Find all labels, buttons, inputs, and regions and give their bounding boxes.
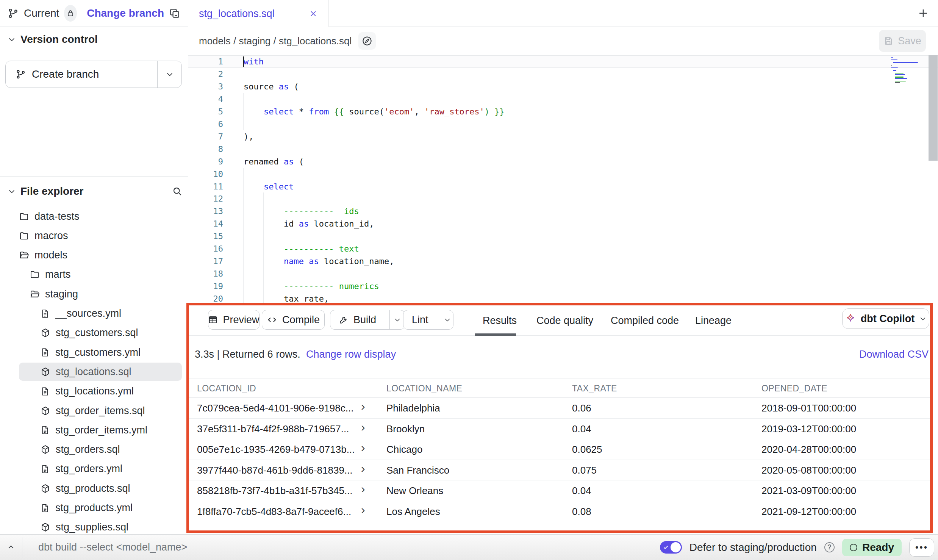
file-tree-item-data-tests[interactable]: data-tests (19, 207, 182, 225)
file-tree-item-stg-locations-sql[interactable]: stg_locations.sql (19, 363, 182, 381)
dbt-copilot-button[interactable]: dbt Copilot (842, 308, 929, 329)
new-tab-plus-icon[interactable] (917, 7, 930, 20)
row-expand-chevron-icon[interactable]: › (361, 396, 365, 417)
code-line-16[interactable]: 16 ---------- text (188, 242, 938, 255)
code-line-4[interactable]: 4 (188, 93, 938, 105)
download-csv-link[interactable]: Download CSV (859, 342, 929, 367)
code-line-9[interactable]: 9renamed as ( (188, 155, 938, 168)
file-tree-item-label: __sources.yml (55, 308, 121, 319)
row-expand-chevron-icon[interactable]: › (361, 437, 365, 458)
table-row[interactable]: 1f8ffa70-7cb5-4d83-8a7f-9aceef6...Los An… (189, 501, 930, 522)
editor-tab-bar: stg_locations.sql (188, 0, 938, 27)
compile-button[interactable]: Compile (262, 310, 325, 330)
status-badge-ready[interactable]: Ready (842, 539, 902, 556)
tab-code-quality[interactable]: Code quality (536, 305, 593, 336)
code-line-20[interactable]: 20 tax_rate, (188, 293, 938, 305)
lineage-compass-icon[interactable] (358, 32, 376, 50)
file-tree-item-marts[interactable]: marts (19, 266, 182, 284)
column-header-location_id[interactable]: LOCATION_ID (197, 379, 256, 398)
code-editor[interactable]: 1with23source as (45 select * from {{ so… (188, 55, 938, 305)
minimap-line (895, 77, 904, 77)
file-tree-item-stg-products-yml[interactable]: stg_products.yml (19, 499, 182, 517)
table-row[interactable]: 37e5f311-b7f4-4f2f-988b-719657...Brookly… (189, 419, 930, 440)
editor-minimap (891, 57, 921, 83)
minimap-line (895, 73, 904, 74)
file-tree-item-label: stg_products.yml (55, 502, 133, 514)
model-icon (40, 406, 50, 416)
file-tree-item-stg-locations-yml[interactable]: stg_locations.yml (19, 382, 182, 400)
code-line-12[interactable]: 12 (188, 192, 938, 205)
code-line-19[interactable]: 19 ---------- numerics (188, 280, 938, 293)
row-expand-chevron-icon[interactable]: › (361, 417, 365, 438)
code-line-11[interactable]: 11 select (188, 180, 938, 193)
code-line-3[interactable]: 3source as ( (188, 80, 938, 93)
table-row[interactable]: 858218fb-73f7-4b1b-a31f-57b345...New Orl… (189, 480, 930, 501)
column-header-opened_date[interactable]: OPENED_DATE (761, 379, 827, 398)
search-icon[interactable] (172, 186, 183, 197)
table-row[interactable]: 005e7e1c-1935-4269-b479-0713b...Chicago0… (189, 439, 930, 460)
file-tree-item-staging[interactable]: staging (19, 285, 182, 303)
code-line-15[interactable]: 15 (188, 230, 938, 242)
tab-compiled-code[interactable]: Compiled code (611, 305, 679, 336)
editor-scrollbar-thumb[interactable] (929, 55, 938, 161)
defer-toggle[interactable] (660, 541, 682, 554)
results-table: LOCATION_IDLOCATION_NAMETAX_RATEOPENED_D… (189, 378, 930, 522)
table-cell: 858218fb-73f7-4b1b-a31f-57b345... (197, 480, 353, 501)
tab-lineage[interactable]: Lineage (695, 305, 732, 336)
code-line-2[interactable]: 2 (188, 68, 938, 80)
row-expand-chevron-icon[interactable]: › (361, 499, 365, 520)
lint-button[interactable]: Lint (403, 310, 453, 330)
command-input[interactable] (22, 535, 660, 560)
panel-action-bar: Preview Compile Build (189, 305, 930, 336)
table-row[interactable]: 3977f440-b87d-461b-9dd6-81839...San Fran… (189, 460, 930, 481)
file-tree-item-stg-orders-sql[interactable]: stg_orders.sql (19, 441, 182, 459)
tab-results[interactable]: Results (483, 305, 517, 336)
tab-stg-locations-sql[interactable]: stg_locations.sql (188, 0, 329, 27)
close-icon[interactable] (309, 9, 318, 18)
code-line-17[interactable]: 17 name as location_name, (188, 255, 938, 267)
file-tree-item-stg-customers-yml[interactable]: stg_customers.yml (19, 343, 182, 361)
change-row-display-link[interactable]: Change row display (306, 342, 396, 367)
file-tree-item-stg-orders-yml[interactable]: stg_orders.yml (19, 460, 182, 478)
folder-icon (30, 269, 40, 280)
file-explorer-title: File explorer (20, 185, 84, 197)
code-line-10[interactable]: 10 (188, 168, 938, 180)
file-tree-item-stg-customers-sql[interactable]: stg_customers.sql (19, 324, 182, 342)
row-expand-chevron-icon[interactable]: › (361, 458, 365, 479)
save-button[interactable]: Save (879, 30, 926, 52)
code-line-5[interactable]: 5 select * from {{ source('ecom', 'raw_s… (188, 105, 938, 118)
build-button[interactable]: Build (330, 310, 405, 330)
file-tree-item-macros[interactable]: macros (19, 227, 182, 245)
file-tree-item--sources-yml[interactable]: __sources.yml (19, 305, 182, 323)
create-branch-button[interactable]: Create branch (5, 61, 182, 88)
column-header-tax_rate[interactable]: TAX_RATE (572, 379, 617, 398)
row-expand-chevron-icon[interactable]: › (361, 479, 365, 499)
ellipsis-menu-button[interactable]: ••• (909, 538, 934, 557)
chevron-up-icon[interactable] (0, 543, 22, 552)
code-line-8[interactable]: 8 (188, 143, 938, 155)
create-branch-dropdown[interactable] (157, 61, 181, 88)
help-icon[interactable]: ? (824, 542, 835, 552)
file-tree-item-stg-products-sql[interactable]: stg_products.sql (19, 479, 182, 497)
code-line-13[interactable]: 13 ---------- ids (188, 205, 938, 217)
file-tree-item-stg-order-items-yml[interactable]: stg_order_items.yml (19, 421, 182, 439)
lint-dropdown[interactable] (442, 310, 453, 329)
preview-button[interactable]: Preview (208, 310, 260, 330)
file-tree-item-models[interactable]: models (19, 246, 182, 264)
file-tree-item-stg-supplies-sql[interactable]: stg_supplies.sql (19, 518, 182, 537)
file-tree-item-stg-order-items-sql[interactable]: stg_order_items.sql (19, 402, 182, 420)
version-control-section-header[interactable]: Version control (8, 33, 98, 45)
file-explorer-section-header[interactable]: File explorer (8, 182, 183, 201)
build-dropdown[interactable] (389, 310, 405, 329)
code-line-1[interactable]: 1with (188, 55, 938, 68)
code-line-6[interactable]: 6 (188, 118, 938, 130)
column-header-location_name[interactable]: LOCATION_NAME (386, 379, 462, 398)
change-branch-link[interactable]: Change branch (87, 7, 164, 19)
code-line-14[interactable]: 14 id as location_id, (188, 217, 938, 230)
code-text: with (244, 55, 264, 68)
code-line-7[interactable]: 7), (188, 130, 938, 143)
table-row[interactable]: 7c079cea-5ed4-4101-906e-9198c...Philadel… (189, 398, 930, 419)
code-line-18[interactable]: 18 (188, 267, 938, 280)
chevron-down-icon (8, 187, 16, 196)
copy-icon[interactable] (169, 8, 180, 19)
